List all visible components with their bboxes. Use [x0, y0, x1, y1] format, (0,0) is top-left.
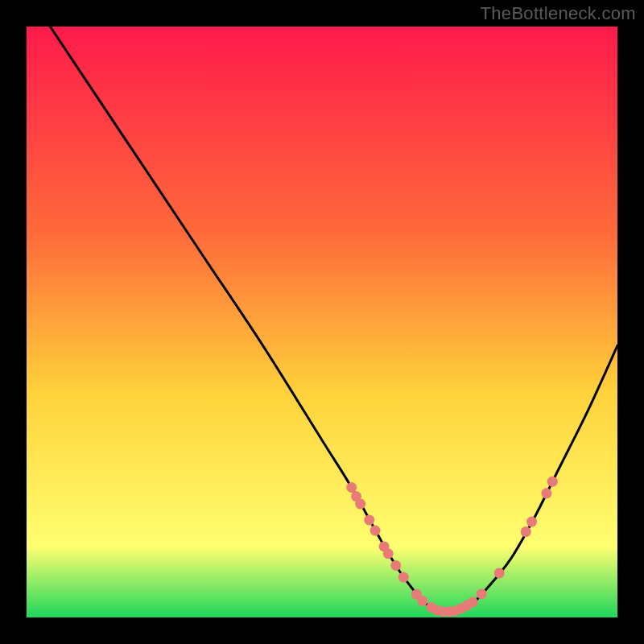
- data-marker: [526, 517, 537, 527]
- plot-area: [27, 27, 617, 617]
- data-marker: [364, 514, 374, 525]
- data-marker: [346, 482, 357, 493]
- data-marker: [355, 499, 365, 510]
- data-marker: [494, 568, 505, 578]
- data-marker: [370, 526, 381, 536]
- data-marker: [521, 526, 531, 537]
- chart-svg: [27, 27, 617, 617]
- data-marker: [383, 548, 394, 559]
- data-marker: [547, 477, 558, 487]
- watermark-label: TheBottleneck.com: [481, 3, 636, 24]
- data-marker: [398, 572, 409, 583]
- data-marker: [417, 596, 427, 606]
- data-marker: [468, 597, 478, 607]
- data-marker: [390, 560, 401, 571]
- chart-frame: TheBottleneck.com: [0, 0, 644, 644]
- data-marker: [477, 588, 487, 599]
- data-marker: [541, 488, 551, 498]
